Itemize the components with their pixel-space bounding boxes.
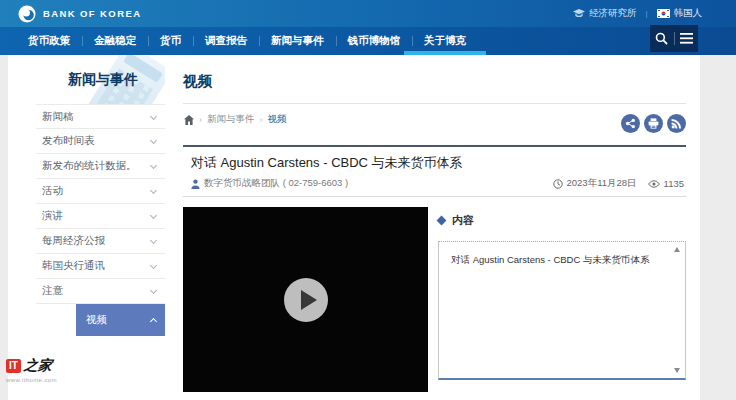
print-icon [648, 118, 659, 129]
content-body-text: 对话 Agustin Carstens - CBDC 与未来货币体系 [451, 253, 671, 266]
video-player[interactable] [183, 207, 428, 392]
sidebar-item-weekly-bulletin[interactable]: 每周经济公报 [36, 229, 165, 254]
nav-label: 货币政策 [28, 34, 70, 48]
breadcrumb: › 新闻与事件 › 视频 [184, 113, 287, 126]
person-icon [191, 179, 200, 189]
sidebar-header: 新闻与事件 [8, 55, 165, 104]
ithome-logo-badge: IT [6, 359, 21, 373]
article-views: 1135 [648, 178, 684, 189]
chevron-down-icon [150, 162, 157, 169]
sidebar-item-label: 视频 [86, 313, 107, 327]
ithome-url: www.ithome.com [6, 377, 84, 383]
breadcrumb-separator: › [260, 115, 263, 125]
graduation-cap-icon [573, 9, 585, 18]
nav-label: 新闻与事件 [271, 34, 324, 48]
home-icon[interactable] [184, 115, 194, 125]
nav-label: 货币 [160, 34, 181, 48]
sidebar-item-label: 新闻稿 [42, 110, 74, 124]
sidebar-item-label: 发布时间表 [42, 134, 95, 148]
ithome-watermark: IT 之家 www.ithome.com [6, 357, 84, 383]
breadcrumb-separator: › [199, 115, 202, 125]
sidebar-item-new-statistics[interactable]: 新发布的统计数据。 [36, 154, 165, 179]
sidebar-item-press-releases[interactable]: 新闻稿 [36, 104, 165, 129]
search-icon [655, 32, 668, 45]
article-date: 2023年11月28日 [553, 177, 637, 190]
sidebar-item-label: 活动 [42, 184, 63, 198]
print-button[interactable] [644, 114, 663, 133]
clock-icon [553, 179, 563, 189]
tools-divider [674, 32, 675, 45]
top-utility-bar: BANK OF KOREA 经济研究所 | [0, 0, 736, 27]
chevron-down-icon [150, 237, 157, 244]
sidebar-item-notice[interactable]: 注意 [36, 279, 165, 304]
sidebar-item-release-schedule[interactable]: 发布时间表 [36, 129, 165, 154]
nav-label: 金融稳定 [94, 34, 136, 48]
sidebar-item-label: 韩国央行通讯 [42, 259, 105, 273]
sidebar-item-videos[interactable]: 视频 [76, 304, 165, 336]
hamburger-icon [680, 33, 693, 44]
sidebar-item-speeches[interactable]: 演讲 [36, 204, 165, 229]
rss-icon [671, 118, 682, 129]
korean-flag-icon [657, 9, 670, 18]
nav-item-financial-stability[interactable]: 金融稳定 [82, 27, 148, 55]
share-button[interactable] [621, 114, 640, 133]
ithome-logo-script: 之家 [23, 357, 53, 375]
nav-label: 调查报告 [205, 34, 247, 48]
chevron-down-icon [150, 187, 157, 194]
sidebar-menu: 新闻稿 发布时间表 新发布的统计数据。 活动 演讲 每周经济公报 韩国央行通讯 … [36, 104, 165, 336]
content-card: 新闻与事件 新闻稿 发布时间表 新发布的统计数据。 活动 演讲 每周经济公报 韩… [8, 55, 700, 400]
share-icon [625, 118, 636, 129]
title-divider [183, 103, 686, 104]
nav-tools [650, 25, 698, 52]
article-meta: 2023年11月28日 1135 [553, 177, 685, 190]
scroll-up-icon[interactable] [674, 247, 680, 252]
sidebar-item-bok-newsletter[interactable]: 韩国央行通讯 [36, 254, 165, 279]
language-link[interactable]: 韩国人 [657, 7, 703, 20]
chevron-down-icon [150, 137, 157, 144]
nav-item-money-museum[interactable]: 钱币博物馆 [336, 27, 413, 55]
chevron-down-icon [150, 287, 157, 294]
content-panel-header: 内容 [438, 213, 474, 228]
utility-divider: | [645, 9, 647, 18]
menu-button[interactable] [676, 29, 696, 49]
article-title: 对话 Agustin Carstens - CBDC 与未来货币体系 [191, 154, 463, 172]
sidebar-item-label: 每周经济公报 [42, 234, 105, 248]
nav-item-research-reports[interactable]: 调查报告 [193, 27, 259, 55]
nav-label: 关于博克 [424, 34, 466, 48]
chevron-down-icon [150, 262, 157, 269]
sidebar-item-label: 演讲 [42, 209, 63, 223]
economic-research-label: 经济研究所 [589, 7, 637, 20]
department-label: 数字货币战略团队 ( 02-759-6603 ) [204, 177, 348, 190]
quick-action-icons [621, 114, 686, 133]
content-textarea[interactable]: 对话 Agustin Carstens - CBDC 与未来货币体系 [438, 241, 686, 380]
nav-item-monetary-policy[interactable]: 货币政策 [16, 27, 82, 55]
nav-label: 钱币博物馆 [348, 34, 401, 48]
chevron-down-icon [150, 112, 157, 119]
content-panel-heading: 内容 [452, 213, 474, 228]
nav-item-news-events[interactable]: 新闻与事件 [259, 27, 336, 55]
chevron-down-icon [150, 212, 157, 219]
language-label: 韩国人 [674, 7, 703, 20]
eye-icon [648, 180, 660, 188]
diamond-bullet-icon [437, 216, 447, 226]
economic-research-link[interactable]: 经济研究所 [573, 7, 637, 20]
breadcrumb-videos[interactable]: 视频 [268, 113, 287, 126]
rss-button[interactable] [667, 114, 686, 133]
article-header: 对话 Agustin Carstens - CBDC 与未来货币体系 数字货币战… [183, 145, 686, 197]
sidebar-item-events[interactable]: 活动 [36, 179, 165, 204]
utility-links: 经济研究所 | 韩国人 [573, 7, 702, 20]
play-button[interactable] [284, 278, 328, 322]
sidebar-title: 新闻与事件 [68, 71, 138, 89]
sidebar-item-label: 新发布的统计数据。 [42, 159, 137, 173]
date-label: 2023年11月28日 [567, 177, 637, 190]
breadcrumb-news-events[interactable]: 新闻与事件 [207, 113, 255, 126]
bank-of-korea-logo-icon [18, 5, 36, 23]
scroll-down-icon[interactable] [674, 368, 680, 373]
brand-logo-link[interactable]: BANK OF KOREA [18, 5, 141, 23]
brand-name: BANK OF KOREA [43, 8, 141, 19]
nav-item-currency[interactable]: 货币 [148, 27, 193, 55]
search-button[interactable] [652, 29, 672, 49]
nav-item-about-bok[interactable]: 关于博克 [412, 27, 478, 55]
main-nav: 货币政策 金融稳定 货币 调查报告 新闻与事件 钱币博物馆 关于博克 [0, 27, 736, 55]
bank-of-korea-page: BANK OF KOREA 经济研究所 | [0, 0, 736, 400]
